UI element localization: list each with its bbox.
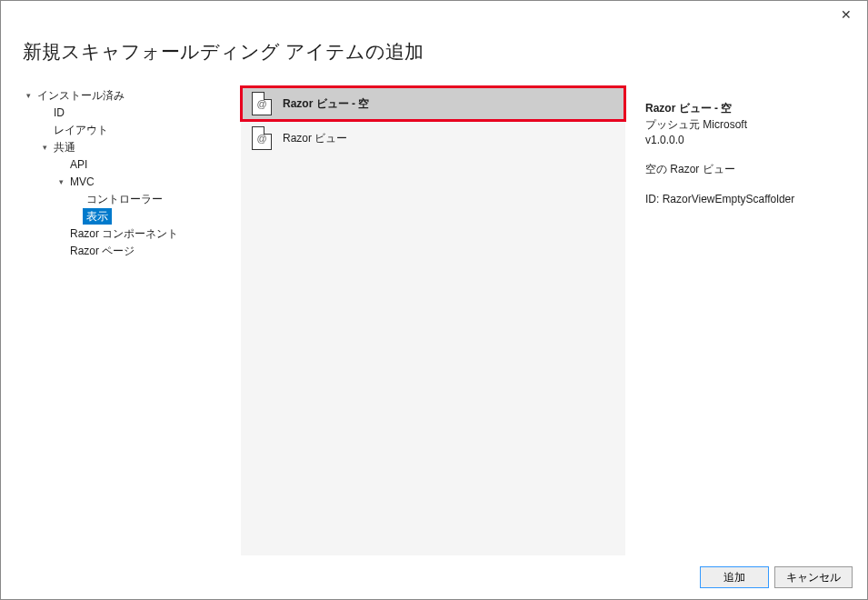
tree-item-label: コントローラー bbox=[83, 191, 166, 207]
tree-item-label: レイアウト bbox=[50, 122, 112, 138]
detail-description: 空の Razor ビュー bbox=[645, 162, 845, 177]
add-button[interactable]: 追加 bbox=[700, 566, 769, 588]
tree-panel: ▾インストール済み▸ID▸レイアウト▾共通▸API▾MVC▸コントローラー▸表示… bbox=[23, 86, 241, 555]
tree-item[interactable]: ▸レイアウト bbox=[23, 121, 241, 138]
tree-item-label: 共通 bbox=[50, 139, 79, 155]
dialog-title: 新規スキャフォールディング アイテムの追加 bbox=[1, 25, 867, 86]
list-item-label: Razor ビュー - 空 bbox=[283, 96, 369, 112]
list-item-label: Razor ビュー bbox=[283, 131, 347, 146]
titlebar: ✕ bbox=[1, 1, 867, 25]
tree-item-label: ID bbox=[50, 105, 68, 121]
tree-item-label: MVC bbox=[66, 174, 98, 190]
detail-panel: Razor ビュー - 空 プッシュ元 Microsoft v1.0.0.0 空… bbox=[625, 86, 853, 555]
detail-id: ID: RazorViewEmptyScaffolder bbox=[645, 192, 845, 207]
list-item[interactable]: @Razor ビュー - 空 bbox=[241, 86, 625, 121]
close-icon: ✕ bbox=[841, 7, 852, 22]
tree-item[interactable]: ▾インストール済み bbox=[23, 86, 241, 104]
footer: 追加 キャンセル bbox=[1, 555, 867, 599]
tree-item[interactable]: ▸Razor ページ bbox=[23, 242, 241, 259]
tree-item[interactable]: ▸表示 bbox=[23, 207, 241, 225]
list-item[interactable]: @Razor ビュー bbox=[241, 121, 625, 155]
chevron-down-icon: ▾ bbox=[39, 139, 50, 155]
tree-item-label: API bbox=[66, 156, 91, 173]
chevron-down-icon: ▾ bbox=[23, 87, 34, 104]
detail-publisher: プッシュ元 Microsoft bbox=[645, 117, 845, 133]
tree-item[interactable]: ▸コントローラー bbox=[23, 190, 241, 207]
detail-title: Razor ビュー - 空 bbox=[645, 101, 845, 116]
detail-version: v1.0.0.0 bbox=[645, 133, 845, 148]
razor-file-icon: @ bbox=[252, 126, 272, 150]
tree-item-label: Razor コンポーネント bbox=[66, 225, 182, 242]
tree-item-label: インストール済み bbox=[34, 87, 128, 104]
content-area: ▾インストール済み▸ID▸レイアウト▾共通▸API▾MVC▸コントローラー▸表示… bbox=[1, 86, 867, 555]
list-panel: @Razor ビュー - 空@Razor ビュー bbox=[241, 86, 625, 555]
tree-item-label: 表示 bbox=[83, 208, 112, 225]
tree-item[interactable]: ▸API bbox=[23, 155, 241, 173]
tree-item[interactable]: ▸ID bbox=[23, 104, 241, 121]
chevron-down-icon: ▾ bbox=[55, 174, 66, 190]
cancel-button[interactable]: キャンセル bbox=[774, 566, 853, 588]
tree-item[interactable]: ▾共通 bbox=[23, 138, 241, 155]
tree-item-label: Razor ページ bbox=[66, 243, 138, 259]
tree-item[interactable]: ▾MVC bbox=[23, 173, 241, 190]
tree-item[interactable]: ▸Razor コンポーネント bbox=[23, 225, 241, 242]
razor-file-icon: @ bbox=[252, 92, 272, 115]
close-button[interactable]: ✕ bbox=[833, 5, 860, 25]
